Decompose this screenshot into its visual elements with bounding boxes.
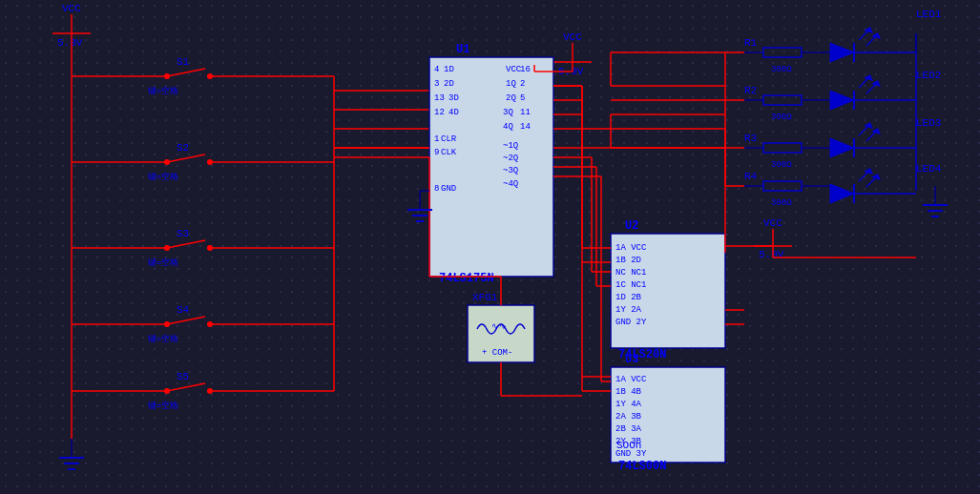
led1-body <box>830 43 854 62</box>
u2-1b: 1B 2D <box>615 256 641 265</box>
u1-out1-name: VCC <box>506 65 522 74</box>
s3-label: S3 <box>177 228 189 239</box>
r1-body <box>763 48 802 57</box>
r3-value: 300Ω <box>771 160 792 170</box>
u1-pin4-name: 4D <box>448 108 459 117</box>
u3-1a: 1A VCC <box>615 375 647 384</box>
r3-body <box>763 143 802 153</box>
u1-out2-name: 1Q <box>506 79 516 89</box>
s5-key-label: 键=空格 <box>147 401 178 411</box>
r2-label: R2 <box>744 85 757 96</box>
r4-label: R4 <box>744 171 758 182</box>
svg-marker-78 <box>871 32 881 39</box>
u1-out2: 2 <box>520 79 525 89</box>
u1-pin1-name: 1D <box>444 65 454 74</box>
s4-label: S4 <box>177 304 190 316</box>
u3-1y: 1Y 4A <box>615 400 642 409</box>
r2-value: 300Ω <box>771 113 792 122</box>
vcc-label-2: VCC <box>563 31 582 43</box>
u1-name: 74LS175N <box>439 272 494 285</box>
s3-key-label: 键=空格 <box>147 257 178 268</box>
u1-body <box>429 57 553 277</box>
svg-marker-84 <box>864 74 873 81</box>
svg-marker-85 <box>871 80 881 87</box>
led4-body <box>830 184 854 203</box>
u1-pin1: 4 <box>434 65 439 74</box>
u2-1a: 1A VCC <box>615 243 647 253</box>
svg-line-37 <box>167 383 205 391</box>
svg-line-27 <box>167 240 205 248</box>
xfg1-wave: ∿∿ <box>491 322 507 332</box>
vcc-voltage-3: 5.0V <box>759 249 784 260</box>
u2-nc: NC NC1 <box>615 268 646 278</box>
vcc-voltage-1: 5.0V <box>57 37 83 49</box>
svg-marker-97 <box>871 174 881 180</box>
vcc-label-3: VCC <box>763 217 782 229</box>
svg-marker-96 <box>864 168 873 175</box>
svg-marker-91 <box>871 128 881 134</box>
s2-label: S2 <box>177 142 189 154</box>
led2-label: LED2 <box>916 70 941 81</box>
r4-body <box>763 181 802 191</box>
r3-label: R3 <box>744 133 757 144</box>
led1-label: LED1 <box>916 9 942 20</box>
u1-out3-name: 2Q <box>506 93 516 103</box>
r4-value: 300Ω <box>771 198 792 208</box>
svg-marker-77 <box>864 27 873 33</box>
u1-out4-name: 3Q <box>503 108 513 117</box>
u1-gnd-name: GND <box>441 184 456 194</box>
led2-body <box>830 91 854 110</box>
led3-label: LED3 <box>916 117 941 129</box>
u2-id: U2 <box>625 219 638 233</box>
u2-1d: 1D 2B <box>615 293 642 302</box>
u1-clr1-name: CLR <box>441 134 457 144</box>
vcc-label-1: VCC <box>62 3 81 14</box>
u1-pin4: 12 <box>434 108 445 117</box>
s2-key-label: 键=空格 <box>147 172 178 182</box>
schematic-canvas: VCC 5.0V VCC 5.0V VCC 5.0V S1 键=空格 S2 键=… <box>0 0 980 494</box>
u1-gnd: 8 <box>434 184 439 194</box>
u1-id: U1 <box>456 43 469 56</box>
u1-out5: 14 <box>520 122 531 132</box>
u3-1b: 1B 4B <box>615 387 642 397</box>
u2-1y: 1Y 2A <box>615 305 642 315</box>
led3-body <box>830 138 854 157</box>
u3-name: 74LS00N <box>618 460 666 473</box>
svg-line-32 <box>167 317 205 324</box>
u1-nout4: ~4Q <box>503 179 518 189</box>
xfg1-id: XFG1 <box>472 292 498 303</box>
r2-body <box>763 95 802 105</box>
u1-pin3-name: 3D <box>448 93 459 103</box>
s1-label: S1 <box>177 56 190 68</box>
u1-nout2: ~2Q <box>503 154 518 163</box>
svg-line-22 <box>167 154 205 162</box>
u3-2b: 2B 3A <box>615 424 642 434</box>
s4-key-label: 键=空格 <box>147 334 178 344</box>
u1-out5-name: 4Q <box>503 122 513 132</box>
s1-key-label: 键=空格 <box>147 86 178 96</box>
u3-2a: 2A 3B <box>615 412 642 422</box>
xfg1-com: + COM- <box>482 348 512 358</box>
s5-label: S5 <box>177 371 189 382</box>
u1-nout3: ~3Q <box>503 166 518 175</box>
u2-1c: 1C NC1 <box>615 280 646 290</box>
u1-out1-num: 16 <box>520 65 531 74</box>
svg-line-17 <box>167 69 205 76</box>
u1-pin2-name: 2D <box>444 79 454 89</box>
u1-clr1: 1 <box>434 134 439 144</box>
u1-clr2: 9 <box>434 148 439 157</box>
svg-marker-90 <box>864 122 873 129</box>
led4-label: LED4 <box>916 163 942 175</box>
u1-out3: 5 <box>520 93 525 103</box>
u3-id: U3 <box>625 353 638 366</box>
r1-value: 300Ω <box>771 65 792 74</box>
r1-label: R1 <box>744 37 758 49</box>
u1-clr2-name: CLK <box>441 148 457 157</box>
u2-gnd: GND 2Y <box>615 318 647 327</box>
u1-nout1: ~1Q <box>503 141 518 151</box>
u1-out4: 11 <box>520 108 531 117</box>
u1-pin3: 13 <box>434 93 445 103</box>
u1-pin2: 3 <box>434 79 439 89</box>
soon-text: SOOn <box>616 440 641 451</box>
